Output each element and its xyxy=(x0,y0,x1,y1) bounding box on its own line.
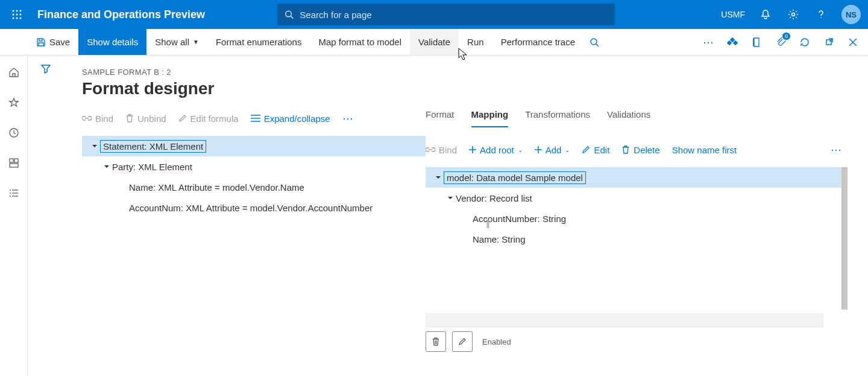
right-more-icon[interactable]: ⋯ xyxy=(831,143,854,156)
nav-modules-icon[interactable] xyxy=(4,183,24,203)
add-root-label: Add root xyxy=(480,145,514,155)
delete-button[interactable]: Delete xyxy=(621,145,659,155)
tree-row[interactable]: AccountNum: XML Attribute = model.Vendor… xyxy=(82,197,426,218)
tree-row[interactable]: Party: XML Element xyxy=(82,156,426,177)
pencil-icon xyxy=(458,337,467,346)
tree-row[interactable]: Name: String xyxy=(426,229,848,249)
action-bar: Save Show details Show all ▼ Format enum… xyxy=(0,29,868,56)
delete-label: Delete xyxy=(634,145,659,155)
tree-row[interactable]: model: Data model Sample model xyxy=(426,167,848,188)
trash-icon xyxy=(432,337,440,346)
tab-format[interactable]: Format xyxy=(426,109,454,127)
validate-button[interactable]: Validate xyxy=(410,29,459,55)
svg-point-12 xyxy=(820,17,822,18)
refresh-icon[interactable] xyxy=(798,36,811,49)
svg-line-14 xyxy=(596,44,599,46)
format-tree[interactable]: Statement: XML ElementParty: XML Element… xyxy=(82,136,426,218)
add-button[interactable]: Add ⌄ xyxy=(535,145,570,155)
search-input[interactable] xyxy=(300,10,608,20)
user-avatar[interactable]: NS xyxy=(841,5,861,24)
show-name-first-label: Show name first xyxy=(672,145,737,155)
svg-point-4 xyxy=(16,14,18,16)
tree-row-label: Name: String xyxy=(473,234,526,244)
mapping-pane: Format Mapping Transformations Validatio… xyxy=(426,109,854,375)
show-name-first-button[interactable]: Show name first xyxy=(672,145,737,155)
unbind-button[interactable]: Unbind xyxy=(125,113,166,124)
edit-property-button[interactable] xyxy=(452,331,473,352)
action-search-button[interactable] xyxy=(583,29,605,55)
svg-point-5 xyxy=(20,14,22,16)
notifications-icon[interactable] xyxy=(758,7,773,22)
search-icon xyxy=(590,37,599,47)
edit-label: Edit xyxy=(594,145,609,155)
left-toolbar: Bind Unbind Edit formula Expand/collapse… xyxy=(82,109,426,127)
tree-row[interactable]: Statement: XML Element xyxy=(82,136,426,156)
svg-line-10 xyxy=(291,16,294,19)
nav-recent-icon[interactable] xyxy=(4,123,24,142)
tab-transformations[interactable]: Transformations xyxy=(525,109,590,127)
chevron-down-icon: ▼ xyxy=(193,39,199,45)
breadcrumb: SAMPLE FORMAT B : 2 xyxy=(82,68,854,77)
expand-collapse-button[interactable]: Expand/collapse xyxy=(251,113,330,124)
filter-column xyxy=(28,56,64,82)
expand-arrow-icon[interactable] xyxy=(101,164,112,170)
svg-point-1 xyxy=(16,10,18,12)
bind-button[interactable]: Bind xyxy=(82,113,113,124)
add-root-button[interactable]: Add root ⌄ xyxy=(469,145,523,155)
left-more-icon[interactable]: ⋯ xyxy=(342,112,353,125)
save-icon xyxy=(36,37,46,47)
show-details-button[interactable]: Show details xyxy=(78,29,146,55)
validate-label: Validate xyxy=(418,37,450,47)
expand-arrow-icon[interactable] xyxy=(433,174,444,180)
perf-trace-label: Performance trace xyxy=(501,37,575,47)
nav-favorites-icon[interactable] xyxy=(4,93,24,112)
help-icon[interactable] xyxy=(814,7,828,22)
pane-splitter[interactable]: ‖ xyxy=(486,218,490,228)
show-all-button[interactable]: Show all ▼ xyxy=(146,29,207,55)
edit-formula-button[interactable]: Edit formula xyxy=(178,113,239,124)
mapping-tree[interactable]: model: Data model Sample modelVendor: Re… xyxy=(426,167,848,249)
trash-icon xyxy=(621,145,630,155)
attachments-icon[interactable]: 0 xyxy=(774,36,787,49)
settings-icon[interactable] xyxy=(786,7,800,22)
scrollbar[interactable] xyxy=(841,167,848,310)
page-title: Format designer xyxy=(82,79,854,98)
filter-icon[interactable] xyxy=(40,63,51,74)
delete-property-button[interactable] xyxy=(426,331,446,352)
office-icon[interactable] xyxy=(750,36,763,49)
add-label: Add xyxy=(546,145,562,155)
map-format-button[interactable]: Map format to model xyxy=(310,29,410,55)
perf-trace-button[interactable]: Performance trace xyxy=(492,29,583,55)
edit-button[interactable]: Edit xyxy=(582,145,609,155)
expand-arrow-icon[interactable] xyxy=(89,143,100,149)
format-enum-button[interactable]: Format enumerations xyxy=(207,29,310,55)
trash-icon xyxy=(125,113,134,123)
company-label[interactable]: USMF xyxy=(721,10,745,19)
tree-row[interactable]: Vendor: Record list xyxy=(426,188,848,208)
right-bind-label: Bind xyxy=(439,145,457,155)
tab-validations[interactable]: Validations xyxy=(607,109,650,127)
save-button[interactable]: Save xyxy=(28,29,78,55)
nav-workspaces-icon[interactable] xyxy=(4,153,24,173)
svg-point-8 xyxy=(20,18,22,19)
diamond-icon[interactable] xyxy=(726,36,739,49)
svg-point-7 xyxy=(16,18,18,19)
more-actions-icon[interactable]: ⋯ xyxy=(702,36,715,49)
expand-arrow-icon[interactable] xyxy=(445,195,456,201)
run-button[interactable]: Run xyxy=(459,29,492,55)
app-launcher-icon[interactable] xyxy=(7,5,27,24)
nav-home-icon[interactable] xyxy=(4,63,24,82)
right-bind-button[interactable]: Bind xyxy=(426,145,457,155)
search-box[interactable] xyxy=(277,4,615,25)
link-icon xyxy=(426,146,435,153)
tree-row[interactable]: Name: XML Attribute = model.Vendor.Name xyxy=(82,177,426,197)
close-icon[interactable] xyxy=(846,36,860,49)
save-label: Save xyxy=(49,37,70,47)
run-label: Run xyxy=(467,37,484,47)
right-tabs: Format Mapping Transformations Validatio… xyxy=(426,109,854,127)
search-icon xyxy=(285,10,294,19)
tab-mapping[interactable]: Mapping xyxy=(471,109,509,127)
enabled-label: Enabled xyxy=(482,337,511,346)
popout-icon[interactable] xyxy=(822,36,835,49)
show-all-label: Show all xyxy=(155,37,189,47)
